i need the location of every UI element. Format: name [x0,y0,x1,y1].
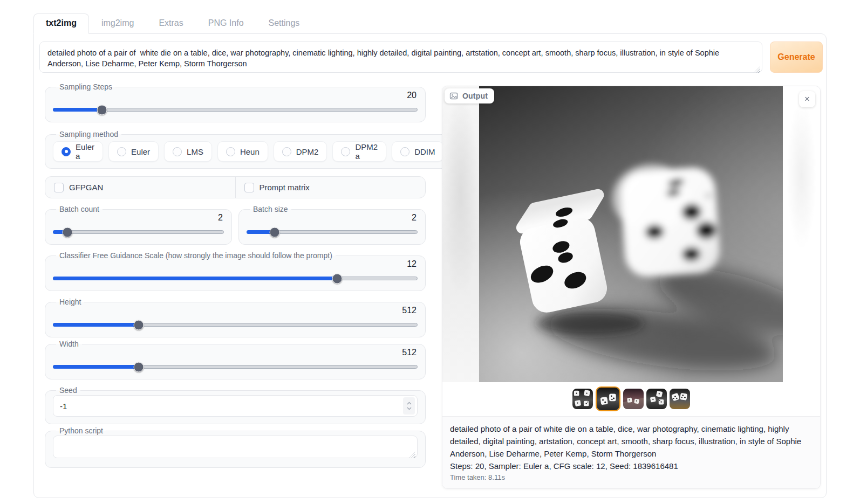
sampling-method-group: Sampling method Euler a Euler LMS [45,130,510,169]
batch-size-label: Batch size [250,205,291,213]
batch-count-slider[interactable] [53,227,224,237]
radio-icon [226,147,235,156]
radio-lms[interactable]: LMS [164,141,212,162]
gallery-thumb-4[interactable] [646,389,667,409]
width-label: Width [56,340,82,348]
checkbox-icon [244,183,254,192]
gallery-thumb-3[interactable] [623,389,644,409]
tab-extras[interactable]: Extras [146,13,195,33]
chevron-up-icon[interactable] [407,402,412,405]
stage-left-edge [442,86,479,382]
radio-icon [341,147,350,156]
sampling-steps-value: 20 [53,91,417,101]
width-value: 512 [53,348,417,358]
stage-right-edge [783,86,820,382]
radio-euler[interactable]: Euler [108,141,159,162]
sampling-method-options: Euler a Euler LMS Heun [53,141,502,162]
image-stage [442,86,820,382]
seed-box [53,395,418,417]
slider-handle[interactable] [97,105,107,115]
seed-group: Seed [45,386,426,424]
main-row: Sampling Steps 20 Sampling method Euler … [39,82,823,489]
generated-image[interactable] [479,86,783,382]
slider-handle[interactable] [133,362,144,372]
output-header-label: Output [462,92,488,100]
toggles-panel: GFPGAN Prompt matrix [45,176,426,198]
time-taken: Time taken: 8.11s [450,473,813,481]
width-group: Width 512 [45,340,426,379]
height-slider[interactable] [53,320,418,330]
batch-size-group: Batch size 2 [238,205,426,245]
prompt-matrix-label: Prompt matrix [260,183,310,192]
tab-bar: txt2img img2img Extras PNG Info Settings [33,13,827,33]
seed-input[interactable] [53,402,403,411]
gallery-thumbnails [442,382,820,416]
radio-icon [282,147,291,156]
radio-heun[interactable]: Heun [217,141,268,162]
caption-prompt: detailed photo of a pair of white die on… [450,423,813,460]
radio-label: Euler a [76,142,94,161]
output-panel: Output × [442,86,821,489]
output-column: Output × [442,86,821,489]
radio-dpm2-a[interactable]: DPM2 a [332,141,386,162]
output-header-chip: Output [445,88,494,103]
radio-dpm2[interactable]: DPM2 [274,141,327,162]
height-group: Height 512 [45,298,426,337]
height-value: 512 [53,306,417,316]
sampling-steps-slider[interactable] [53,105,418,115]
radio-ddim[interactable]: DDIM [392,141,443,162]
number-spinner[interactable] [403,397,415,415]
batch-size-slider[interactable] [247,227,418,237]
prompt-input[interactable]: detailed photo of a pair of white die on… [39,42,762,73]
prompt-row: detailed photo of a pair of white die on… [39,42,823,75]
generate-button[interactable]: Generate [770,42,823,73]
slider-handle[interactable] [62,227,72,237]
tab-settings[interactable]: Settings [256,13,312,33]
tab-png-info[interactable]: PNG Info [196,13,256,33]
close-icon[interactable]: × [799,91,815,107]
prompt-matrix-checkbox[interactable]: Prompt matrix [235,177,426,198]
gallery-thumb-2-selected[interactable] [596,386,620,411]
python-script-input[interactable] [53,436,418,458]
seed-label: Seed [56,386,80,395]
gfpgan-label: GFPGAN [69,183,103,192]
radio-icon [117,147,126,156]
slider-handle[interactable] [133,320,144,330]
slider-handle[interactable] [270,227,280,237]
slider-handle[interactable] [332,273,343,284]
radio-label: DPM2 a [355,142,378,161]
tab-img2img[interactable]: img2img [89,13,146,33]
chevron-down-icon[interactable] [407,407,412,410]
sampling-method-label: Sampling method [56,130,121,139]
app-root: txt2img img2img Extras PNG Info Settings… [33,13,827,498]
batch-count-group: Batch count 2 [45,205,232,245]
gfpgan-checkbox[interactable]: GFPGAN [45,177,235,198]
width-slider[interactable] [53,362,418,372]
caption-params: Steps: 20, Sampler: Euler a, CFG scale: … [450,460,813,472]
radio-euler-a[interactable]: Euler a [53,141,103,162]
radio-label: DDIM [414,147,435,156]
python-script-group: Python script [45,426,426,468]
radio-icon [173,147,182,156]
cfg-scale-slider[interactable] [53,273,418,284]
gallery-thumb-1[interactable] [572,389,593,409]
cfg-scale-label: Classifier Free Guidance Scale (how stro… [56,251,336,260]
radio-selected-icon [62,147,71,156]
radio-label: LMS [187,147,203,156]
settings-column: Sampling Steps 20 Sampling method Euler … [45,82,426,474]
image-icon [449,92,458,100]
height-label: Height [56,298,84,306]
radio-label: Euler [131,147,150,156]
script-wrap [53,436,418,460]
prompt-wrap: detailed photo of a pair of white die on… [39,42,762,75]
python-script-label: Python script [56,426,106,435]
batch-size-value: 2 [247,213,417,224]
cfg-scale-group: Classifier Free Guidance Scale (how stro… [45,251,426,291]
tab-txt2img[interactable]: txt2img [33,13,89,34]
radio-icon [400,147,409,156]
generation-info: detailed photo of a pair of white die on… [442,416,820,488]
checkbox-icon [54,183,64,192]
gallery-thumb-5[interactable] [670,389,690,409]
batch-count-label: Batch count [56,205,103,213]
cfg-scale-value: 12 [53,259,417,270]
